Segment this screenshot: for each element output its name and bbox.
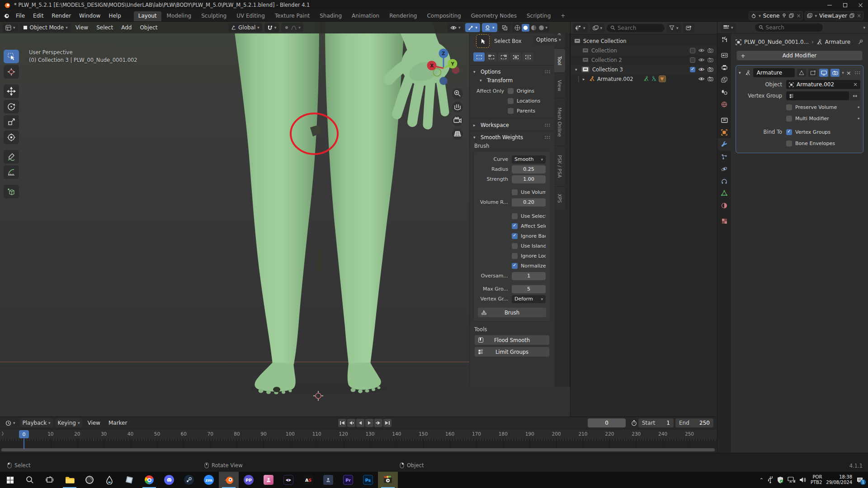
use-selection-checkbox[interactable] bbox=[512, 213, 518, 219]
tab-output[interactable] bbox=[717, 61, 731, 74]
modifier-name-field[interactable]: Armature bbox=[753, 68, 795, 77]
use-volume-checkbox[interactable] bbox=[512, 189, 518, 195]
tab-world[interactable] bbox=[717, 98, 731, 110]
maximize-button[interactable] bbox=[837, 0, 853, 10]
playhead[interactable] bbox=[24, 439, 24, 449]
collection-exclude-checkbox[interactable] bbox=[690, 67, 695, 72]
outliner-search-input[interactable]: Search bbox=[607, 24, 665, 32]
transform-subpanel-header[interactable]: ▾Transform bbox=[470, 77, 554, 86]
tool-cursor[interactable] bbox=[4, 65, 19, 79]
perspective-toggle-button[interactable] bbox=[452, 129, 463, 140]
tab-object[interactable] bbox=[717, 126, 731, 138]
timeline-ruler[interactable]: ❯ 10203040506070809010011012013014015016… bbox=[0, 429, 717, 439]
new-viewlayer-icon[interactable] bbox=[849, 13, 854, 18]
modifier-vertex-group-field[interactable] bbox=[786, 91, 849, 100]
blender-taskbar-icon[interactable] bbox=[219, 472, 239, 488]
visibility-dropdown[interactable]: ▾ bbox=[448, 23, 463, 32]
disable-render-icon[interactable] bbox=[708, 76, 713, 81]
select-mode-set[interactable] bbox=[473, 52, 485, 61]
workspace-tab-modeling[interactable]: Modeling bbox=[162, 11, 196, 21]
menu-help[interactable]: Help bbox=[104, 10, 125, 21]
tool-add-cube[interactable] bbox=[4, 185, 19, 198]
tab-render[interactable] bbox=[717, 49, 731, 61]
menu-window[interactable]: Window bbox=[75, 10, 104, 21]
rendered-shading-icon[interactable] bbox=[538, 24, 545, 31]
region-expand-arrow[interactable]: ❯ bbox=[1, 431, 5, 436]
usb-icon[interactable] bbox=[768, 476, 773, 483]
disable-render-icon[interactable] bbox=[708, 48, 713, 53]
start-frame-field[interactable]: Start1 bbox=[638, 418, 674, 427]
eye-app-icon[interactable] bbox=[278, 472, 298, 488]
collection-exclude-checkbox[interactable] bbox=[690, 48, 695, 53]
language-indicator[interactable]: PORPTB2 bbox=[811, 474, 822, 485]
stopwatch-icon[interactable] bbox=[631, 420, 637, 426]
outliner-row-collection-2[interactable]: Collection 2 bbox=[571, 55, 717, 65]
outliner-row-armature[interactable]: │ ▸ Armature.002 bbox=[571, 74, 717, 84]
speaker-icon[interactable] bbox=[799, 477, 807, 483]
volume-radius-field[interactable]: 0.20 bbox=[512, 198, 546, 206]
tab-particles[interactable] bbox=[717, 150, 731, 163]
select-mode-intersect[interactable] bbox=[522, 52, 533, 61]
tab-collection-props[interactable] bbox=[717, 114, 731, 126]
workspace-tab-uv-editing[interactable]: UV Editing bbox=[232, 11, 269, 21]
chrome-icon[interactable] bbox=[139, 472, 159, 488]
tool-measure[interactable] bbox=[4, 165, 19, 179]
glass-pane-icon[interactable] bbox=[119, 472, 139, 488]
flood-smooth-button[interactable]: Flood Smooth bbox=[474, 335, 550, 345]
add-workspace-button[interactable]: + bbox=[556, 11, 570, 21]
editor-type-button[interactable]: ▾ bbox=[3, 23, 18, 32]
limit-groups-button[interactable]: Limit Groups bbox=[474, 347, 550, 357]
realtime-display-toggle[interactable] bbox=[819, 69, 828, 77]
remove-viewlayer-icon[interactable]: × bbox=[857, 13, 861, 19]
select-mode-subtract[interactable] bbox=[498, 52, 509, 61]
workspace-tab-sculpting[interactable]: Sculpting bbox=[197, 11, 231, 21]
viewport-menu-add[interactable]: Add bbox=[118, 24, 135, 31]
current-frame-badge[interactable]: 0 bbox=[19, 430, 29, 438]
on-cage-toggle[interactable] bbox=[797, 69, 806, 77]
workspace-tab-geometry-nodes[interactable]: Geometry Nodes bbox=[467, 11, 521, 21]
new-collection-button[interactable] bbox=[683, 23, 694, 33]
workspace-tab-compositing[interactable]: Compositing bbox=[422, 11, 465, 21]
radius-field[interactable]: 0.25 bbox=[512, 165, 546, 174]
properties-options-dropdown[interactable]: ▾ bbox=[863, 25, 865, 30]
timeline-view-menu[interactable]: View bbox=[84, 420, 103, 426]
oversampling-field[interactable]: 1 bbox=[512, 272, 546, 280]
tab-physics[interactable] bbox=[717, 163, 731, 175]
premiere-icon[interactable]: Pr bbox=[338, 472, 358, 488]
modifier-object-field[interactable]: Armature.002 × bbox=[786, 80, 860, 89]
breadcrumb-modifier[interactable]: Armature bbox=[825, 39, 850, 45]
tool-transform[interactable] bbox=[4, 131, 19, 144]
transform-orientation-dropdown[interactable]: Global▾ bbox=[228, 23, 262, 32]
file-explorer-icon[interactable] bbox=[60, 472, 80, 488]
prev-keyframe-button[interactable] bbox=[347, 419, 355, 427]
disable-render-icon[interactable] bbox=[708, 67, 713, 72]
end-frame-field[interactable]: End250 bbox=[675, 418, 713, 427]
ignore-lock-checkbox[interactable] bbox=[512, 253, 518, 259]
vertex-group-dropdown[interactable]: Deform▾ bbox=[512, 295, 546, 303]
viewlayer-selector[interactable]: ▾ ViewLayer × bbox=[805, 11, 863, 20]
pin-icon[interactable] bbox=[782, 13, 787, 18]
snap-dropdown[interactable]: ▾ bbox=[264, 23, 279, 32]
hide-eye-icon[interactable] bbox=[698, 76, 705, 81]
pink-app-icon[interactable] bbox=[259, 472, 278, 488]
outliner-filter-button[interactable]: ▾ bbox=[666, 23, 681, 33]
hide-eye-icon[interactable] bbox=[698, 57, 705, 62]
play-reverse-button[interactable] bbox=[356, 419, 364, 427]
select-box-tool-icon[interactable] bbox=[476, 34, 490, 48]
workspace-panel-header[interactable]: ▸Workspace bbox=[470, 119, 554, 131]
properties-search-input[interactable]: Search bbox=[755, 23, 823, 32]
workspace-tab-texture-paint[interactable]: Texture Paint bbox=[270, 11, 314, 21]
discord-icon[interactable] bbox=[159, 472, 179, 488]
new-scene-icon[interactable] bbox=[789, 13, 794, 18]
hide-eye-icon[interactable] bbox=[698, 48, 705, 53]
unlink-scene-icon[interactable]: × bbox=[796, 13, 801, 19]
photo-app-icon[interactable] bbox=[318, 472, 338, 488]
workspace-tab-layout[interactable]: Layout bbox=[134, 11, 161, 21]
tool-select-box[interactable] bbox=[4, 50, 19, 63]
tool-annotate[interactable] bbox=[4, 150, 19, 164]
timeline-tracks[interactable] bbox=[0, 439, 717, 449]
start-button[interactable] bbox=[0, 472, 20, 488]
viewport-menu-object[interactable]: Object bbox=[137, 24, 160, 31]
select-mode-extend[interactable] bbox=[486, 52, 497, 61]
workspace-tab-rendering[interactable]: Rendering bbox=[385, 11, 421, 21]
